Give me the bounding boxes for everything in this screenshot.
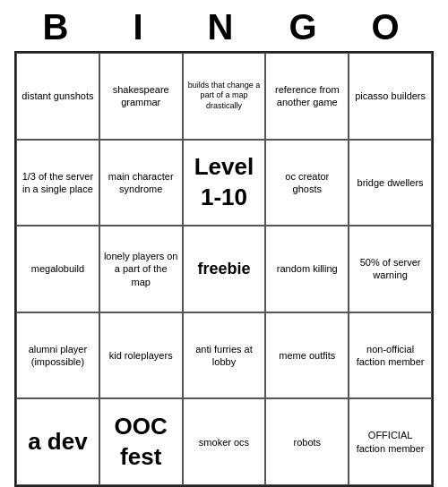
bingo-grid: distant gunshotsshakespeare grammarbuild…: [14, 51, 434, 487]
bingo-cell: Level 1-10: [183, 140, 266, 226]
bingo-cell: alumni player (impossible): [16, 312, 99, 399]
bingo-cell: lonely players on a part of the map: [99, 226, 183, 312]
bingo-cell: shakespeare grammar: [99, 53, 183, 140]
bingo-cell: builds that change a part of a map drast…: [183, 53, 266, 140]
bingo-cell: random killing: [265, 226, 349, 312]
bingo-cell: 1/3 of the server in a single place: [16, 140, 99, 226]
bingo-cell: non-official faction member: [349, 312, 432, 399]
bingo-cell: oc creator ghosts: [265, 140, 349, 226]
bingo-title: BINGO: [18, 0, 430, 51]
title-letter: N: [194, 7, 254, 47]
title-letter: O: [358, 7, 419, 47]
title-letter: G: [276, 7, 337, 47]
bingo-cell: smoker ocs: [183, 398, 266, 485]
bingo-cell: OFFICIAL faction member: [349, 398, 432, 485]
bingo-cell: kid roleplayers: [99, 312, 183, 399]
bingo-cell: reference from another game: [265, 53, 349, 140]
bingo-cell: anti furries at lobby: [183, 312, 266, 399]
bingo-cell: main character syndrome: [99, 140, 183, 226]
bingo-cell: picasso builders: [349, 53, 432, 140]
bingo-cell: bridge dwellers: [349, 140, 432, 226]
bingo-cell: distant gunshots: [16, 53, 99, 140]
bingo-cell: freebie: [183, 226, 266, 312]
bingo-cell: a dev: [16, 398, 99, 485]
bingo-cell: megalobuild: [16, 226, 99, 312]
title-letter: I: [111, 7, 172, 47]
bingo-cell: robots: [265, 398, 349, 485]
bingo-cell: OOC fest: [99, 398, 183, 485]
bingo-cell: 50% of server warning: [349, 226, 432, 312]
title-letter: B: [29, 7, 90, 47]
bingo-cell: meme outfits: [265, 312, 349, 399]
